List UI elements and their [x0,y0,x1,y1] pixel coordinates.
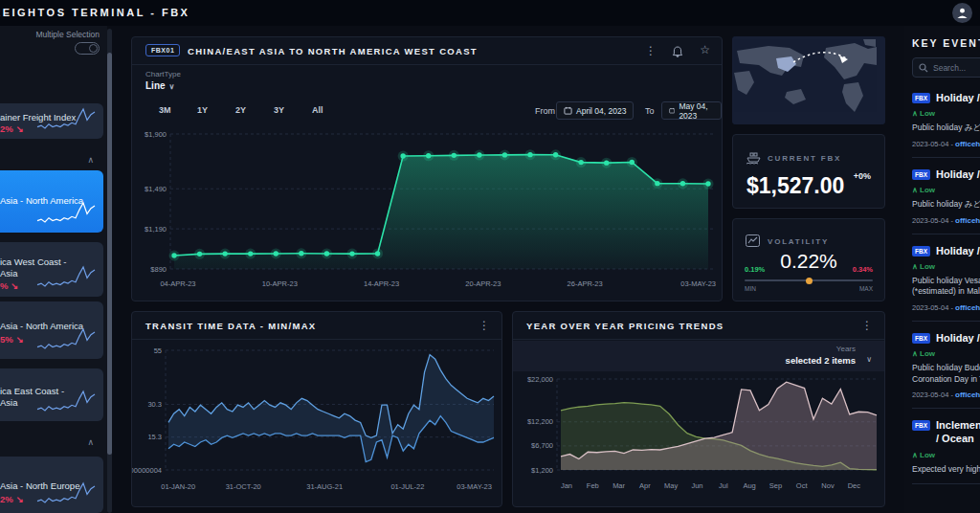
range-button-all[interactable]: All [312,105,323,115]
sidebar-scrollbar-thumb[interactable] [107,53,112,455]
event-description: Public holiday Buddh Coronation Day in T… [912,363,980,385]
volatility-slider [745,279,873,281]
section-collapse-icon[interactable]: ∧ [87,437,94,447]
from-label: From [535,106,555,116]
svg-text:Jan: Jan [561,481,572,490]
favorite-star-icon[interactable]: ☆ [700,43,710,56]
event-severity: ∧ Low [912,109,980,118]
search-icon [919,63,928,73]
to-date-picker[interactable]: May 04, 2023 [661,101,722,120]
user-avatar[interactable] [952,3,972,23]
event-title: Holiday / [936,244,980,257]
svg-text:Feb: Feb [587,481,599,490]
svg-text:$12,200: $12,200 [527,417,553,426]
event-source-link[interactable]: officeho [955,140,980,148]
fbx01-badge: FBX01 [145,44,180,56]
fbx-badge: FBX [912,333,930,344]
calendar-icon [669,106,675,115]
svg-text:Jun: Jun [691,481,702,490]
volatility-slider-dot [806,278,813,284]
sparkline-chart [36,105,96,130]
chevron-up-icon: ∧ [912,262,918,271]
min-label: MIN [745,285,756,292]
sidebar-lane-item[interactable]: ica West Coast - Asia% ↘ [0,242,103,297]
lane-sparkline [36,325,96,354]
chevron-down-icon: ∨ [866,355,872,364]
event-title: Inclemen / Ocean [936,418,980,446]
range-button-1y[interactable]: 1Y [197,105,208,115]
fbx-price-chart: $1,900$1,490$1,190$89004-APR-2310-APR-23… [132,125,723,301]
svg-text:Mar: Mar [612,481,625,490]
svg-text:30.3: 30.3 [147,400,162,409]
top-bar: FREIGHTOS TERMINAL - FBX [0,0,980,26]
lane-change-value: % ↘ [0,280,18,291]
years-dropdown[interactable]: selected 2 items [786,355,856,366]
lane-change-value: 2% ↘ [0,494,23,504]
user-icon [956,7,969,19]
search-input[interactable] [933,63,980,73]
alert-bell-icon[interactable] [672,45,683,62]
event-meta: 2023-05-04 - officeho [912,140,980,148]
current-fbx-change: +0% [854,171,871,181]
event-meta: 2023-05-04 - officeho [912,216,980,225]
trend-down-icon: ↘ [15,123,23,134]
more-options-icon[interactable]: ⋮ [479,319,490,332]
severity-label: Low [920,349,935,358]
event-item[interactable]: FBXHoliday /∧ LowPublic holiday みどり2023-… [912,158,980,234]
event-item[interactable]: FBXHoliday /∧ LowPublic holiday Vesak (*… [912,234,980,322]
section-collapse-icon[interactable]: ∧ [87,155,94,165]
sidebar-lane-item[interactable]: ica East Coast - Asia [0,368,103,421]
svg-text:$1,200: $1,200 [531,466,553,475]
range-button-2y[interactable]: 2Y [235,105,246,115]
event-item[interactable]: FBXHoliday /∧ LowPublic holiday Buddh Co… [912,322,980,409]
chevron-up-icon: ∧ [912,451,918,459]
chevron-up-icon: ∧ [912,109,918,118]
volatility-min-value: 0.19% [745,265,765,274]
sidebar-lane-item[interactable]: Asia - North America [0,170,103,233]
event-source-link[interactable]: officeho [955,390,980,399]
more-options-icon[interactable]: ⋮ [861,319,873,332]
more-options-icon[interactable]: ⋮ [645,44,657,57]
sidebar-scrollbar [107,29,112,513]
svg-text:04-APR-23: 04-APR-23 [160,279,195,288]
lane-sparkline [36,105,96,134]
current-fbx-value: $1,527.00 [746,173,844,199]
svg-text:$1,900: $1,900 [145,130,167,139]
event-meta: 2023-05-04 - officeho [912,303,980,312]
range-button-3y[interactable]: 3Y [274,105,284,115]
svg-text:31-OCT-20: 31-OCT-20 [226,482,261,491]
transit-title: TRANSIT TIME DATA - MIN/MAX [145,321,316,331]
event-item[interactable]: FBXInclemen / Ocean∧ LowExpected very hi… [912,409,980,484]
svg-text:Aug: Aug [743,481,755,490]
current-fbx-label: CURRENT FBX [768,154,841,163]
event-source-link[interactable]: officeho [955,303,980,312]
event-description: Expected very high w [912,464,980,475]
svg-text:Apr: Apr [639,481,651,490]
key-events-panel: KEY EVENTS FBXHoliday /∧ LowPublic holid… [904,26,980,513]
chart-type-label: ChartType [145,70,181,78]
svg-text:15.3: 15.3 [147,433,162,441]
svg-text:26-APR-23: 26-APR-23 [568,279,603,288]
event-source-link[interactable]: officeho [955,216,980,225]
event-meta: 2023-05-04 - officeho [912,390,980,399]
event-search-box [912,57,980,78]
svg-text:31-AUG-21: 31-AUG-21 [306,482,343,491]
multiple-selection-toggle[interactable] [75,42,100,55]
lane-sparkline [36,480,96,508]
lane-sparkline [36,388,96,416]
chart-type-dropdown[interactable]: Line∨ [145,80,174,91]
sidebar-lane-item[interactable]: Asia - North America5% ↘ [0,301,103,359]
event-title-row: FBXInclemen / Ocean [912,418,980,446]
event-title: Holiday / [936,91,980,104]
svg-text:$1,490: $1,490 [145,185,167,193]
sidebar-lane-item[interactable]: Asia - North Europe2% ↘ [0,457,103,513]
svg-text:$1,190: $1,190 [145,225,167,234]
range-button-3m[interactable]: 3M [159,105,171,115]
main-chart-header: FBX01 CHINA/EAST ASIA TO NORTH AMERICA W… [132,37,722,65]
chevron-up-icon: ∧ [912,349,918,358]
event-item[interactable]: FBXHoliday /∧ LowPublic holiday みどり2023-… [912,81,980,158]
event-severity: ∧ Low [912,186,980,194]
sidebar-lane-item[interactable]: ainer Freight Index2% ↘ [0,103,103,139]
event-severity: ∧ Low [912,451,980,459]
from-date-picker[interactable]: April 04, 2023 [556,101,634,120]
